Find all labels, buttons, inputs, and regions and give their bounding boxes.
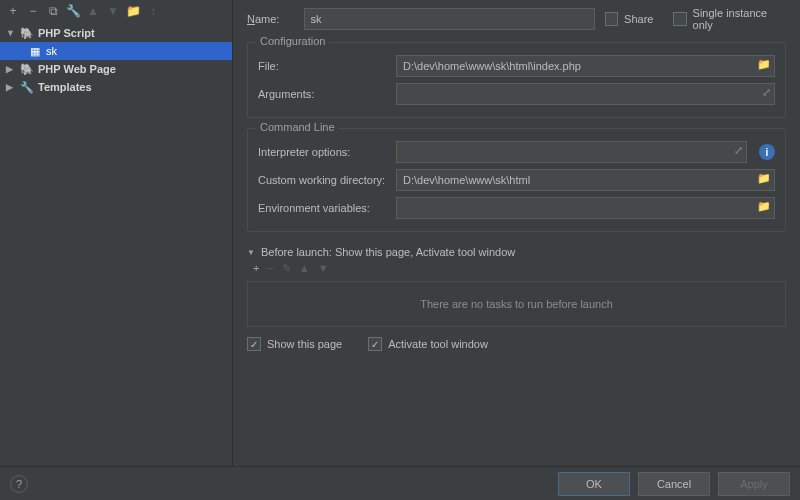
expand-icon[interactable]: ⤢ bbox=[734, 144, 743, 157]
file-input[interactable] bbox=[396, 55, 775, 77]
cwd-input[interactable] bbox=[396, 169, 775, 191]
add-task-icon[interactable]: + bbox=[253, 262, 259, 275]
tasks-toolbar: + − ✎ ▲ ▼ bbox=[247, 258, 786, 279]
down-task-icon: ▼ bbox=[318, 262, 329, 275]
browse-icon[interactable]: 📁 bbox=[757, 58, 771, 71]
apply-button: Apply bbox=[718, 472, 790, 496]
share-checkbox[interactable] bbox=[605, 12, 618, 26]
content-panel: Name: Share Single instance only Configu… bbox=[233, 0, 800, 466]
disclosure-triangle-icon[interactable]: ▶ bbox=[6, 82, 16, 92]
single-instance-checkbox[interactable] bbox=[673, 12, 686, 26]
tree-node-sk[interactable]: ▦ sk bbox=[0, 42, 232, 60]
remove-task-icon: − bbox=[267, 262, 273, 275]
disclosure-triangle-icon[interactable]: ▶ bbox=[6, 64, 16, 74]
tree-node-templates[interactable]: ▶ 🔧 Templates bbox=[0, 78, 232, 96]
interpreter-options-input[interactable] bbox=[396, 141, 747, 163]
configuration-group: Configuration File: 📁 Arguments: ⤢ bbox=[247, 42, 786, 118]
command-line-group: Command Line Interpreter options: ⤢ i Cu… bbox=[247, 128, 786, 232]
tasks-list: There are no tasks to run before launch bbox=[247, 281, 786, 327]
up-task-icon: ▲ bbox=[299, 262, 310, 275]
before-launch-label: Before launch: Show this page, Activate … bbox=[261, 246, 515, 258]
sort-icon: ↕ bbox=[146, 4, 160, 18]
footer: ? OK Cancel Apply bbox=[0, 466, 800, 500]
tasks-empty-label: There are no tasks to run before launch bbox=[420, 298, 613, 310]
cwd-label: Custom working directory: bbox=[258, 174, 388, 186]
name-label: Name: bbox=[247, 13, 294, 25]
wrench-icon[interactable]: 🔧 bbox=[66, 4, 80, 18]
browse-icon[interactable]: 📁 bbox=[757, 172, 771, 185]
edit-task-icon: ✎ bbox=[282, 262, 291, 275]
ok-button[interactable]: OK bbox=[558, 472, 630, 496]
tree-label: PHP Script bbox=[38, 27, 95, 39]
copy-icon[interactable]: ⧉ bbox=[46, 4, 60, 18]
down-icon: ▼ bbox=[106, 4, 120, 18]
tree-node-php-web[interactable]: ▶ 🐘 PHP Web Page bbox=[0, 60, 232, 78]
tree-node-php-script[interactable]: ▼ 🐘 PHP Script bbox=[0, 24, 232, 42]
cancel-button[interactable]: Cancel bbox=[638, 472, 710, 496]
browse-icon[interactable]: 📁 bbox=[757, 200, 771, 213]
single-instance-label: Single instance only bbox=[693, 7, 786, 31]
show-page-label: Show this page bbox=[267, 338, 342, 350]
add-icon[interactable]: + bbox=[6, 4, 20, 18]
show-page-checkbox[interactable] bbox=[247, 337, 261, 351]
interpreter-options-label: Interpreter options: bbox=[258, 146, 388, 158]
before-launch-header[interactable]: ▼ Before launch: Show this page, Activat… bbox=[247, 246, 786, 258]
wrench-icon: 🔧 bbox=[20, 81, 34, 94]
tree-label: sk bbox=[46, 45, 57, 57]
php-icon: 🐘 bbox=[20, 63, 34, 76]
configuration-legend: Configuration bbox=[256, 35, 329, 47]
expand-icon[interactable]: ⤢ bbox=[762, 86, 771, 99]
activate-tool-label: Activate tool window bbox=[388, 338, 488, 350]
disclosure-triangle-icon[interactable]: ▼ bbox=[247, 248, 255, 257]
sidebar-toolbar: + − ⧉ 🔧 ▲ ▼ 📁 ↕ bbox=[0, 0, 232, 22]
sidebar: + − ⧉ 🔧 ▲ ▼ 📁 ↕ ▼ 🐘 PHP Script ▦ sk ▶ 🐘 … bbox=[0, 0, 233, 466]
script-icon: ▦ bbox=[28, 45, 42, 58]
disclosure-triangle-icon[interactable]: ▼ bbox=[6, 28, 16, 38]
command-line-legend: Command Line bbox=[256, 121, 339, 133]
share-label: Share bbox=[624, 13, 653, 25]
config-tree: ▼ 🐘 PHP Script ▦ sk ▶ 🐘 PHP Web Page ▶ 🔧… bbox=[0, 22, 232, 466]
arguments-input[interactable] bbox=[396, 83, 775, 105]
folder-icon[interactable]: 📁 bbox=[126, 4, 140, 18]
activate-tool-checkbox[interactable] bbox=[368, 337, 382, 351]
file-label: File: bbox=[258, 60, 388, 72]
info-icon[interactable]: i bbox=[759, 144, 775, 160]
tree-label: PHP Web Page bbox=[38, 63, 116, 75]
remove-icon[interactable]: − bbox=[26, 4, 40, 18]
env-label: Environment variables: bbox=[258, 202, 388, 214]
help-button[interactable]: ? bbox=[10, 475, 28, 493]
tree-label: Templates bbox=[38, 81, 92, 93]
name-input[interactable] bbox=[304, 8, 595, 30]
php-icon: 🐘 bbox=[20, 27, 34, 40]
up-icon: ▲ bbox=[86, 4, 100, 18]
env-input[interactable] bbox=[396, 197, 775, 219]
arguments-label: Arguments: bbox=[258, 88, 388, 100]
